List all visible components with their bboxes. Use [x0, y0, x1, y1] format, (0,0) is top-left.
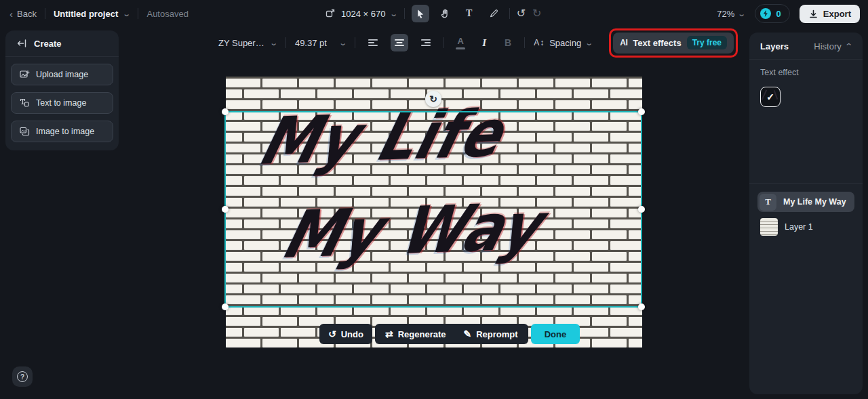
annotation-highlight-box: AI Text effects Try free — [609, 28, 738, 58]
autosave-status: Autosaved — [146, 9, 188, 19]
align-center-button[interactable] — [391, 34, 408, 51]
cursor-icon — [415, 8, 426, 19]
text-selection-box[interactable] — [224, 111, 642, 308]
create-panel-header: Create — [5, 30, 119, 57]
canvas-size-dropdown[interactable]: 1024 × 670 ⌄ — [325, 8, 397, 19]
effect-undo-label: Undo — [341, 329, 363, 339]
rotate-icon: ↻ — [429, 93, 437, 104]
chevron-down-icon: ⌄ — [122, 10, 131, 18]
text-effect-section-label: Text effect — [760, 68, 852, 77]
align-right-icon — [420, 37, 431, 48]
resize-canvas-icon — [325, 8, 336, 19]
regenerate-button[interactable]: ⇄ Regenerate — [385, 329, 446, 339]
app-window: ‹ Back Untitled project ⌄ Autosaved 1024… — [0, 0, 868, 399]
undo-icon: ↺ — [328, 329, 336, 339]
divider — [404, 8, 405, 19]
top-bar-left: ‹ Back Untitled project ⌄ Autosaved — [9, 0, 189, 27]
try-free-badge: Try free — [687, 36, 727, 49]
download-icon — [808, 9, 818, 19]
history-toggle[interactable]: History ⌃ — [814, 41, 852, 51]
text-effects-button[interactable]: AI Text effects Try free — [613, 33, 734, 54]
help-button[interactable]: ? — [12, 366, 33, 387]
layer-list: T My Life My Way Layer 1 — [749, 184, 863, 237]
zoom-dropdown[interactable]: 72% ⌄ — [717, 9, 745, 19]
align-left-button[interactable] — [364, 34, 382, 51]
rotate-handle[interactable]: ↻ — [425, 91, 441, 107]
image-to-image-label: Image to image — [36, 127, 94, 136]
resize-handle-bottom-right[interactable] — [638, 303, 645, 310]
resize-handle-middle-right[interactable] — [638, 206, 645, 213]
regenerate-label: Regenerate — [398, 329, 446, 339]
layers-panel: Layers History ⌃ Text effect ✓ T My Life… — [749, 33, 863, 394]
hand-tool-button[interactable] — [436, 5, 454, 22]
align-right-button[interactable] — [417, 34, 435, 51]
text-effect-thumbnail-selected[interactable]: ✓ — [760, 87, 781, 107]
project-name-menu[interactable]: Untitled project ⌄ — [54, 9, 130, 19]
effect-undo-button[interactable]: ↺ Undo — [319, 324, 372, 344]
back-button[interactable]: ‹ Back — [9, 9, 37, 19]
chevron-down-icon: ⌄ — [338, 39, 347, 47]
layers-panel-header: Layers History ⌃ — [749, 33, 863, 60]
help-icon: ? — [17, 371, 28, 382]
top-bar-center: 1024 × 670 ⌄ T ↺ ↻ — [325, 0, 541, 27]
select-tool-button[interactable] — [412, 5, 429, 22]
draw-tool-button[interactable] — [485, 5, 502, 22]
text-to-image-button[interactable]: Text to image — [11, 92, 113, 114]
reprompt-button[interactable]: ✎ Reprompt — [464, 329, 518, 339]
bold-button[interactable]: B — [500, 37, 515, 48]
ai-icon: AI — [620, 38, 627, 47]
text-color-button[interactable]: A — [453, 36, 468, 49]
text-effects-label: Text effects — [633, 38, 681, 48]
divider — [138, 8, 138, 19]
font-size-value: 49.37 pt — [295, 38, 327, 48]
upload-image-button[interactable]: Upload image — [11, 64, 113, 85]
bold-icon: B — [505, 37, 511, 48]
credit-coin-icon — [760, 7, 772, 20]
pen-icon — [488, 8, 499, 19]
resize-handle-top-right[interactable] — [638, 108, 645, 115]
image-to-image-button[interactable]: Image to image — [11, 121, 113, 142]
divider — [355, 37, 355, 48]
divider — [45, 8, 45, 19]
text-tool-icon: T — [466, 8, 472, 19]
text-toolbar: ZY Super… ⌄ 49.37 pt ⌄ A I B A↕ Spacing … — [218, 32, 738, 54]
italic-button[interactable]: I — [477, 37, 492, 49]
spacing-dropdown[interactable]: A↕ Spacing ⌄ — [534, 38, 592, 48]
align-left-icon — [368, 37, 378, 48]
upload-image-label: Upload image — [36, 70, 88, 79]
collapse-panel-icon[interactable] — [16, 38, 27, 49]
text-to-image-icon — [19, 98, 30, 108]
font-family-dropdown[interactable]: ZY Super… ⌄ — [218, 38, 277, 48]
resize-handle-middle-left[interactable] — [222, 206, 229, 213]
credits-badge[interactable]: 0 — [755, 4, 790, 23]
resize-handle-top-left[interactable] — [222, 108, 229, 115]
regenerate-icon: ⇄ — [385, 329, 393, 339]
chevron-down-icon: ⌄ — [738, 10, 747, 18]
redo-button[interactable]: ↻ — [532, 8, 541, 19]
chevron-up-icon: ⌃ — [844, 43, 853, 50]
layer-row-text[interactable]: T My Life My Way — [757, 192, 854, 212]
text-to-image-label: Text to image — [36, 98, 86, 108]
divider — [443, 37, 444, 48]
color-swatch — [456, 47, 465, 49]
text-color-icon: A — [457, 36, 463, 46]
reprompt-label: Reprompt — [476, 329, 517, 339]
create-panel: Create Upload image Text to image Image … — [5, 30, 119, 150]
export-label: Export — [823, 9, 851, 19]
font-size-dropdown[interactable]: 49.37 pt ⌄ — [295, 38, 346, 48]
export-button[interactable]: Export — [800, 5, 860, 23]
regenerate-reprompt-group: ⇄ Regenerate ✎ Reprompt — [375, 324, 528, 344]
chevron-down-icon: ⌄ — [269, 39, 278, 47]
done-button[interactable]: Done — [531, 324, 580, 344]
chevron-down-icon: ⌄ — [390, 10, 399, 18]
text-effect-section: Text effect ✓ — [749, 60, 863, 107]
check-icon: ✓ — [766, 91, 774, 102]
create-panel-title: Create — [34, 39, 61, 49]
layer-row-image[interactable]: Layer 1 — [757, 217, 854, 237]
text-tool-button[interactable]: T — [460, 5, 478, 22]
image-layer-thumbnail — [760, 218, 778, 236]
resize-handle-bottom-left[interactable] — [222, 303, 229, 310]
undo-button[interactable]: ↺ — [517, 8, 526, 19]
effect-action-bar: ↺ Undo ⇄ Regenerate ✎ Reprompt Done — [319, 324, 580, 344]
top-bar: ‹ Back Untitled project ⌄ Autosaved 1024… — [0, 0, 868, 27]
